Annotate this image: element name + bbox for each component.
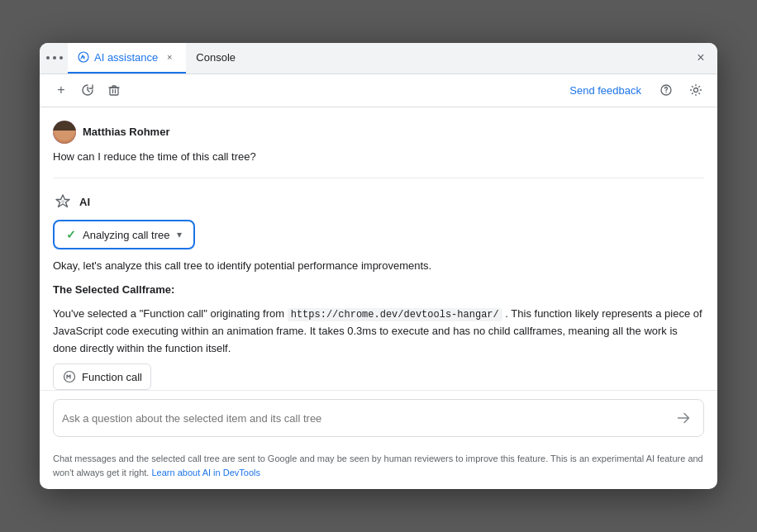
callframe-heading-bold: The Selected Callframe: (53, 283, 174, 296)
help-button[interactable] (655, 78, 678, 102)
user-name: Matthias Rohmer (83, 126, 169, 138)
footer-disclaimer: Chat messages and the selected call tree… (40, 445, 717, 489)
question-input[interactable] (62, 412, 665, 425)
ai-response: Okay, let's analyze this call tree to id… (53, 258, 704, 390)
tab-ai-assistance[interactable]: AI assistance × (68, 43, 186, 74)
ai-response-callframe-heading: The Selected Callframe: (53, 282, 704, 299)
user-message: Matthias Rohmer How can I reduce the tim… (53, 121, 704, 165)
svg-rect-0 (110, 88, 118, 95)
ai-response-intro: Okay, let's analyze this call tree to id… (53, 258, 704, 275)
tab-bar: AI assistance × Console × (40, 43, 717, 74)
function-call-label: Function call (82, 371, 142, 383)
ai-message: AI ✓ Analyzing call tree ▾ Okay, let's a… (53, 192, 704, 390)
new-button[interactable]: + (50, 78, 73, 102)
svg-point-2 (665, 92, 666, 93)
chat-area: Matthias Rohmer How can I reduce the tim… (40, 107, 717, 391)
tab-console-label: Console (196, 51, 236, 64)
delete-button[interactable] (102, 78, 126, 102)
input-area (40, 390, 717, 445)
tab-ai-assistance-label: AI assistance (94, 51, 158, 64)
send-button[interactable] (672, 406, 695, 430)
svg-point-4 (61, 200, 64, 203)
ai-assistance-tab-icon (78, 51, 89, 63)
user-text: How can I reduce the time of this call t… (53, 149, 704, 165)
ai-response-body-start: You've selected a "Function call" origin… (53, 307, 284, 320)
toolbar-right: Send feedback (563, 78, 707, 102)
input-row (53, 399, 704, 437)
function-call-badge[interactable]: Function call (53, 363, 151, 390)
send-feedback-button[interactable]: Send feedback (563, 81, 648, 100)
footer-link[interactable]: Learn about AI in DevTools (152, 468, 260, 477)
svg-point-5 (64, 372, 75, 382)
window-close-button[interactable]: × (691, 48, 711, 68)
history-button[interactable] (76, 78, 99, 102)
user-header: Matthias Rohmer (53, 121, 704, 144)
section-divider (53, 178, 704, 178)
footer-text: Chat messages and the selected call tree… (53, 454, 703, 477)
more-tabs-button[interactable] (46, 56, 63, 59)
ai-header: AI (53, 192, 704, 211)
toolbar: + Send feedback (40, 74, 717, 107)
ai-icon (53, 192, 73, 211)
chevron-down-icon: ▾ (177, 229, 182, 240)
analyzing-text: Analyzing call tree (83, 229, 170, 241)
svg-point-3 (694, 88, 698, 93)
avatar (53, 121, 76, 144)
settings-button[interactable] (684, 78, 707, 102)
devtools-window: AI assistance × Console × + Send f (40, 43, 717, 490)
ai-response-url: https://chrome.dev/devtools-hangar/ (288, 308, 502, 321)
analyzing-pill[interactable]: ✓ Analyzing call tree ▾ (53, 220, 195, 249)
check-icon: ✓ (66, 228, 76, 241)
tab-ai-assistance-close[interactable]: × (163, 50, 176, 64)
tab-console[interactable]: Console (186, 43, 245, 74)
function-call-icon (62, 369, 77, 384)
ai-response-body: You've selected a "Function call" origin… (53, 306, 704, 358)
ai-label: AI (79, 196, 90, 208)
